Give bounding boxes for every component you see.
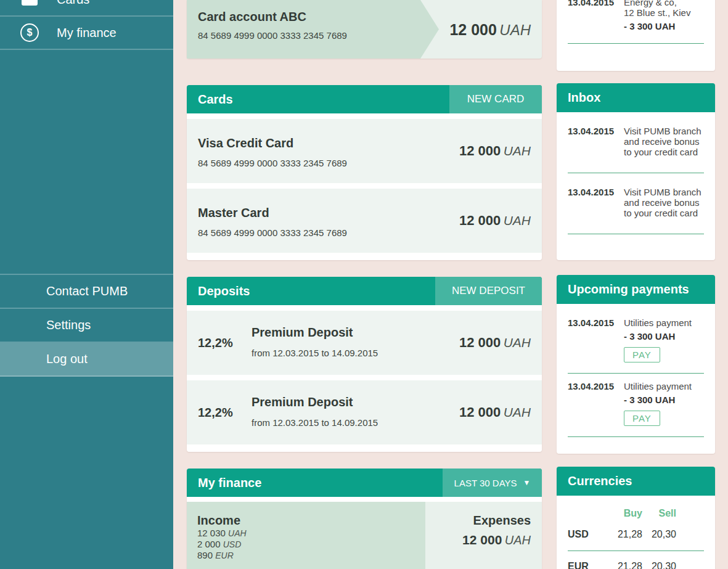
upcoming-payments-section: Upcoming payments 13.04.2015 Utilities p… <box>557 275 715 454</box>
currencies-section: Currencies Buy Sell USD 21,28 20,30 EUR … <box>557 467 715 569</box>
card-row-visa[interactable]: Visa Credit Card 84 5689 4999 0000 3333 … <box>187 119 542 183</box>
my-finance-header: My finance LAST 30 DAYS ▼ <box>187 469 542 497</box>
separator <box>568 234 704 234</box>
inbox-header: Inbox <box>557 83 715 112</box>
period-filter-label: LAST 30 DAYS <box>454 478 517 488</box>
pay-button[interactable]: PAY <box>624 411 660 426</box>
dashboard-page: Cards $ My finance Contact PUMB Settings… <box>0 0 728 569</box>
card-number: 84 5689 4999 0000 3333 2345 7689 <box>198 158 347 168</box>
deposit-rate: 12,2% <box>198 406 233 420</box>
account-balance: 12 000 UAH <box>449 20 531 38</box>
payment-amount: - 3 300 UAH <box>624 395 704 405</box>
message-date: 13.04.2015 <box>568 126 624 157</box>
card-number: 84 5689 4999 0000 3333 2345 7689 <box>198 227 347 238</box>
deposit-period: from 12.03.2015 to 14.09.2015 <box>252 348 378 358</box>
deposit-rate: 12,2% <box>198 336 233 350</box>
chevron-down-icon: ▼ <box>523 478 531 487</box>
payment-date: 13.04.2015 <box>568 317 624 362</box>
sidebar-item-label: My finance <box>57 26 117 40</box>
transaction-details: Energy & co, 12 Blue st., Kiev - 3 300 U… <box>624 0 704 31</box>
inbox-section: Inbox 13.04.2015 Visit PUMB branch and r… <box>557 83 715 260</box>
pay-button[interactable]: PAY <box>624 347 660 362</box>
right-column: 13.04.2015 Energy & co, 12 Blue st., Kie… <box>557 0 715 569</box>
card-balance: 12 000 UAH <box>459 213 531 229</box>
currency-code: USD <box>568 529 592 540</box>
new-deposit-button[interactable]: NEW DEPOSIT <box>435 277 542 305</box>
currency-buy: 21,28 <box>592 529 642 540</box>
currency-buy: 21,28 <box>592 561 642 569</box>
deposits-list: 12,2% Premium Deposit from 12.03.2015 to… <box>187 305 542 452</box>
sidebar-item-cards[interactable]: Cards <box>0 0 173 17</box>
buy-column-header: Buy <box>592 508 642 519</box>
account-number: 84 5689 4999 0000 3333 2345 7689 <box>198 30 347 41</box>
currency-row-usd: USD 21,28 20,30 <box>557 529 715 540</box>
currency-sell: 20,30 <box>642 529 704 540</box>
transaction-date: 13.04.2015 <box>568 0 624 31</box>
income-block: Income 12 030 UAH 2 000 USD 890 EUR <box>187 502 425 569</box>
transaction-merchant: Energy & co, <box>624 0 704 7</box>
expenses-title: Expenses <box>425 514 531 528</box>
new-card-button[interactable]: NEW CARD <box>449 85 542 113</box>
deposits-section: Deposits NEW DEPOSIT 12,2% Premium Depos… <box>187 277 542 452</box>
payments-list: 13.04.2015 Utilities payment - 3 300 UAH… <box>557 304 715 454</box>
account-arrow-panel: Card account ABC 84 5689 4999 0000 3333 … <box>187 0 439 59</box>
payment-amount: - 3 300 UAH <box>624 331 704 342</box>
payment-entry: 13.04.2015 Utilities payment - 3 300 UAH… <box>557 374 715 426</box>
payment-details: Utilities payment - 3 300 UAH PAY <box>624 381 704 426</box>
my-finance-section: My finance LAST 30 DAYS ▼ Income 12 030 … <box>187 469 542 569</box>
separator <box>568 551 704 551</box>
sidebar: Cards $ My finance Contact PUMB Settings… <box>0 0 173 569</box>
sidebar-bottom-group: Contact PUMB Settings Log out <box>0 274 173 377</box>
payment-entry: 13.04.2015 Utilities payment - 3 300 UAH… <box>557 304 715 362</box>
inbox-message[interactable]: 13.04.2015 Visit PUMB branch and receive… <box>557 173 715 218</box>
cards-list: Visa Credit Card 84 5689 4999 0000 3333 … <box>187 113 542 260</box>
expenses-amount: 12 000 UAH <box>425 533 531 547</box>
transaction-entry[interactable]: 13.04.2015 Energy & co, 12 Blue st., Kie… <box>557 0 715 31</box>
inbox-title: Inbox <box>557 91 600 105</box>
cards-section-title: Cards <box>187 92 233 107</box>
period-filter-dropdown[interactable]: LAST 30 DAYS ▼ <box>443 469 542 497</box>
sidebar-item-settings[interactable]: Settings <box>0 309 173 343</box>
transaction-amount: - 3 300 UAH <box>624 21 704 31</box>
payment-details: Utilities payment - 3 300 UAH PAY <box>624 317 704 362</box>
currency-code: EUR <box>568 561 592 569</box>
deposits-section-header: Deposits NEW DEPOSIT <box>187 277 542 305</box>
card-icon <box>20 0 39 6</box>
payment-date: 13.04.2015 <box>568 381 624 426</box>
dollar-icon: $ <box>20 23 39 42</box>
deposit-row[interactable]: 12,2% Premium Deposit from 12.03.2015 to… <box>187 311 542 375</box>
account-title: Card account ABC <box>198 10 306 24</box>
sidebar-item-contact-pumb[interactable]: Contact PUMB <box>0 275 173 309</box>
card-name: Visa Credit Card <box>198 136 293 150</box>
card-name: Master Card <box>198 206 269 220</box>
payment-name: Utilities payment <box>624 381 704 391</box>
card-account-summary[interactable]: Card account ABC 84 5689 4999 0000 3333 … <box>187 0 542 59</box>
upcoming-payments-header: Upcoming payments <box>557 275 715 304</box>
sidebar-item-log-out[interactable]: Log out <box>0 343 173 377</box>
deposit-balance: 12 000 UAH <box>459 404 531 420</box>
transaction-address: 12 Blue st., Kiev <box>624 7 704 18</box>
currencies-title: Currencies <box>557 474 632 488</box>
currencies-table-head: Buy Sell <box>557 501 715 519</box>
message-text: Visit PUMB branch and receive bonus to y… <box>624 187 704 218</box>
sidebar-item-label: Cards <box>57 0 89 7</box>
payment-name: Utilities payment <box>624 317 704 328</box>
message-date: 13.04.2015 <box>568 187 624 218</box>
deposit-row[interactable]: 12,2% Premium Deposit from 12.03.2015 to… <box>187 380 542 444</box>
message-text: Visit PUMB branch and receive bonus to y… <box>624 126 704 157</box>
deposit-period: from 12.03.2015 to 14.09.2015 <box>252 417 378 428</box>
currencies-header: Currencies <box>557 467 715 496</box>
transactions-card: 13.04.2015 Energy & co, 12 Blue st., Kie… <box>557 0 715 71</box>
sell-column-header: Sell <box>642 508 704 519</box>
inbox-message[interactable]: 13.04.2015 Visit PUMB branch and receive… <box>557 112 715 157</box>
deposit-balance: 12 000 UAH <box>459 335 531 351</box>
cards-section: Cards NEW CARD Visa Credit Card 84 5689 … <box>187 85 542 260</box>
cards-section-header: Cards NEW CARD <box>187 85 542 113</box>
income-title: Income <box>197 514 425 528</box>
income-line: 2 000 USD <box>197 539 425 550</box>
currency-row-eur: EUR 21,28 20,30 <box>557 561 715 569</box>
currency-sell: 20,30 <box>642 561 704 569</box>
separator <box>568 436 704 437</box>
card-row-master[interactable]: Master Card 84 5689 4999 0000 3333 2345 … <box>187 189 542 253</box>
sidebar-item-my-finance[interactable]: $ My finance <box>0 17 173 50</box>
